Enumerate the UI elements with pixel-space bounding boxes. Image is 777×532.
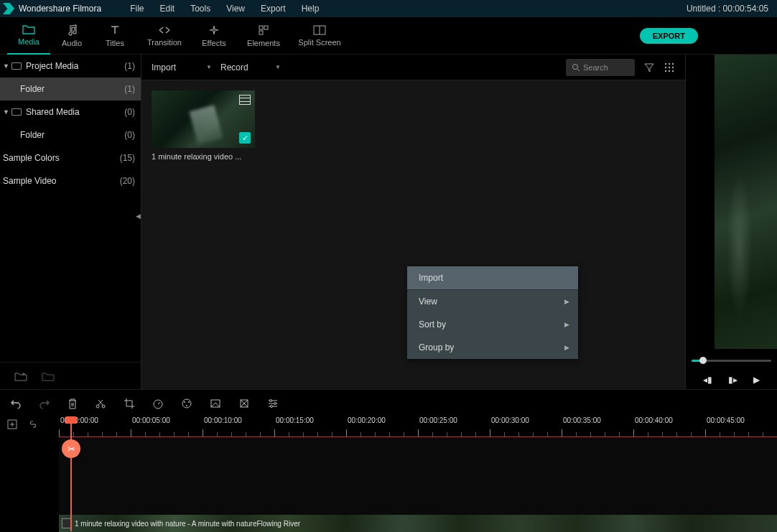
green-screen-button[interactable] [210, 398, 221, 409]
timeline-ruler[interactable]: 00:00:00:0000:00:05:0000:00:10:0000:00:1… [59, 416, 777, 438]
context-menu-view[interactable]: View ▶ [407, 290, 578, 313]
sidebar-item-project-media[interactable]: ▼ Project Media (1) [0, 55, 141, 78]
menu-tools[interactable]: Tools [190, 4, 210, 14]
color-button[interactable] [181, 398, 192, 409]
menu-help[interactable]: Help [302, 4, 320, 14]
tab-audio[interactable]: Audio [50, 17, 93, 55]
sidebar-item-shared-media[interactable]: ▼ Shared Media (0) [0, 101, 141, 123]
next-frame-button[interactable]: ▶ [753, 375, 760, 385]
speed-button[interactable] [152, 398, 164, 409]
undo-button[interactable] [10, 398, 22, 409]
grid-view-icon[interactable] [664, 62, 675, 73]
svg-point-8 [669, 62, 670, 64]
sidebar-item-count: (20) [120, 176, 135, 186]
sidebar-bottom-toolbar [0, 362, 141, 389]
ruler-tick-label: 00:00:30:00 [491, 416, 529, 424]
dropdown-label: Import [152, 62, 176, 73]
tab-transition[interactable]: Transition [136, 17, 192, 55]
delete-button[interactable] [68, 398, 78, 409]
media-item[interactable]: ✓ 1 minute relaxing video ... [152, 90, 255, 161]
sidebar-item-label: Shared Media [26, 107, 124, 117]
keyframe-button[interactable] [238, 398, 250, 409]
svg-point-11 [669, 66, 670, 67]
ruler-tick-label: 00:00:20:00 [348, 416, 386, 424]
preview-scrubber[interactable] [692, 360, 771, 362]
main-content-row: ▼ Project Media (1) Folder (1) ▼ Shared … [0, 55, 777, 389]
ruler-tick-label: 00:00:10:00 [204, 416, 242, 424]
import-dropdown[interactable]: Import ▼ [152, 60, 212, 75]
tab-label: Transition [147, 38, 182, 47]
search-icon [572, 63, 580, 72]
project-title-timecode: Untitled : 00:00:54:05 [687, 4, 768, 14]
svg-point-5 [573, 64, 578, 69]
add-folder-icon[interactable] [14, 371, 27, 381]
svg-point-19 [182, 399, 191, 408]
tab-label: Media [18, 37, 39, 46]
sidebar-item-folder[interactable]: Folder (1) [0, 78, 141, 101]
media-grid: ✓ 1 minute relaxing video ... [141, 80, 685, 171]
record-dropdown[interactable]: Record ▼ [220, 60, 281, 75]
redo-button[interactable] [39, 398, 50, 409]
search-input[interactable]: Search [566, 59, 635, 76]
tab-label: Elements [247, 39, 280, 47]
svg-point-17 [102, 405, 105, 408]
timeline-tracks[interactable]: 00:00:00:0000:00:05:0000:00:10:0000:00:1… [59, 416, 777, 532]
media-thumbnail: ✓ [152, 90, 255, 148]
chevron-down-icon: ▼ [206, 64, 212, 70]
filter-icon[interactable] [643, 62, 655, 73]
scrubber-thumb[interactable] [699, 357, 707, 364]
timeline-clip[interactable]: 1 minute relaxing video with nature - A … [59, 515, 777, 532]
folder-icon[interactable] [42, 371, 55, 381]
tab-effects[interactable]: Effects [192, 17, 236, 55]
playhead-split-handle[interactable]: ✂ [62, 439, 80, 458]
preview-controls: ◂▮ ▮▸ ▶ [686, 375, 777, 385]
export-button[interactable]: EXPORT [640, 28, 698, 44]
svg-point-15 [672, 70, 674, 71]
menu-file[interactable]: File [130, 4, 144, 14]
svg-point-20 [184, 401, 185, 403]
sidebar-item-folder[interactable]: Folder (0) [0, 123, 141, 146]
tab-elements[interactable]: Elements [236, 17, 292, 55]
sidebar-item-sample-colors[interactable]: Sample Colors (15) [0, 146, 141, 169]
menu-item-label: View [419, 297, 437, 307]
crop-button[interactable] [124, 398, 135, 409]
svg-rect-0 [259, 26, 263, 29]
search-placeholder: Search [583, 63, 608, 72]
sidebar-collapse-handle[interactable]: ◀ [136, 213, 143, 227]
split-button[interactable] [95, 398, 106, 409]
tab-titles[interactable]: Titles [93, 17, 136, 55]
menu-export[interactable]: Export [261, 4, 286, 14]
menu-view[interactable]: View [226, 4, 245, 14]
context-menu-sort-by[interactable]: Sort by ▶ [407, 313, 578, 336]
adjust-button[interactable] [267, 398, 279, 409]
sidebar-item-sample-video[interactable]: Sample Video (20) [0, 169, 141, 192]
dropdown-label: Record [220, 62, 248, 73]
context-menu-import[interactable]: Import [407, 266, 578, 289]
play-pause-button[interactable]: ▮▸ [728, 375, 738, 385]
media-panel: Import ▼ Record ▼ Search [141, 55, 686, 389]
chevron-right-icon: ▶ [564, 344, 569, 351]
add-track-icon[interactable] [7, 419, 17, 429]
transition-icon [158, 25, 171, 35]
sidebar-item-label: Project Media [26, 61, 124, 71]
svg-point-9 [672, 62, 674, 64]
svg-point-27 [271, 405, 273, 407]
svg-rect-1 [264, 26, 268, 29]
menu-edit[interactable]: Edit [160, 4, 175, 14]
svg-point-26 [274, 402, 276, 404]
track-area[interactable]: 1 minute relaxing video with nature - A … [59, 438, 777, 532]
playhead-marker[interactable] [65, 416, 77, 424]
prev-frame-button[interactable]: ◂▮ [703, 375, 712, 385]
menu-item-label: Group by [419, 342, 454, 353]
tab-label: Effects [202, 39, 225, 47]
media-item-caption: 1 minute relaxing video ... [152, 152, 255, 161]
tab-media[interactable]: Media [7, 17, 50, 55]
chevron-down-icon: ▼ [3, 62, 10, 70]
ruler-tick-label: 00:00:25:00 [419, 416, 457, 424]
sidebar-item-count: (1) [124, 61, 135, 71]
context-menu-group-by[interactable]: Group by ▶ [407, 336, 578, 359]
tab-split-screen[interactable]: Split Screen [292, 17, 348, 55]
link-icon[interactable] [27, 420, 39, 429]
timeline-gutter [0, 416, 53, 532]
playhead-line[interactable] [70, 416, 72, 531]
